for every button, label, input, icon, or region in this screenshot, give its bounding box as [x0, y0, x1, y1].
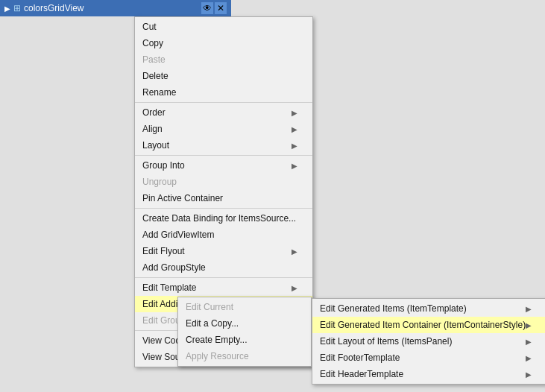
expand-arrow-icon: ▶: [4, 4, 10, 13]
menu-item-align[interactable]: Align ▶: [135, 121, 312, 137]
submenu-arrow-item-container: ▶: [526, 321, 532, 329]
submenu-arrow-edit-template: ▶: [292, 284, 297, 292]
submenu-arrow-order: ▶: [292, 109, 297, 117]
submenu-additional-templates: Edit Generated Items (ItemTemplate) ▶ Ed…: [312, 298, 545, 385]
menu-item-order[interactable]: Order ▶: [135, 104, 312, 121]
menu-item-edit-header-template[interactable]: Edit HeaderTemplate ▶: [312, 366, 545, 382]
submenu-arrow-align: ▶: [292, 125, 297, 133]
separator-2: [135, 155, 312, 156]
close-icon[interactable]: ✕: [215, 2, 227, 14]
menu-item-cut[interactable]: Cut: [135, 19, 312, 35]
eye-icon[interactable]: 👁: [201, 2, 213, 14]
menu-item-delete[interactable]: Delete: [135, 68, 312, 84]
menu-item-layout[interactable]: Layout ▶: [135, 137, 312, 154]
menu-item-edit-generated-item-container[interactable]: Edit Generated Item Container (ItemConta…: [312, 317, 545, 333]
menu-item-create-empty[interactable]: Create Empty...: [178, 332, 311, 348]
submenu-arrow-flyout: ▶: [292, 247, 297, 256]
menu-item-pin-active[interactable]: Pin Active Container: [135, 190, 312, 206]
menu-item-create-data-binding[interactable]: Create Data Binding for ItemsSource...: [135, 210, 312, 227]
menu-item-edit-footer-template[interactable]: Edit FooterTemplate ▶: [312, 350, 545, 366]
menu-item-edit-current: Edit Current: [178, 299, 311, 315]
menu-item-edit-template[interactable]: Edit Template ▶: [135, 279, 312, 296]
menu-item-apply-resource: Apply Resource: [178, 348, 311, 364]
menu-item-edit-layout[interactable]: Edit Layout of Items (ItemsPanel) ▶: [312, 333, 545, 350]
menu-item-add-gridview-item[interactable]: Add GridViewItem: [135, 227, 312, 243]
separator-4: [135, 277, 312, 278]
menu-item-paste: Paste: [135, 51, 312, 68]
separator-1: [135, 102, 312, 103]
menu-item-edit-copy[interactable]: Edit a Copy...: [178, 315, 311, 332]
submenu-arrow-header-template: ▶: [526, 370, 532, 379]
title-bar: ▶ ⊞ colorsGridView 👁 ✕: [0, 0, 231, 16]
menu-item-copy[interactable]: Copy: [135, 35, 312, 51]
menu-item-group-into[interactable]: Group Into ▶: [135, 157, 312, 174]
submenu-arrow-footer-template: ▶: [526, 354, 532, 362]
submenu-copy-options: Edit Current Edit a Copy... Create Empty…: [177, 297, 312, 367]
submenu-arrow-layout-items: ▶: [526, 338, 532, 346]
title-bar-label: colorsGridView: [24, 3, 84, 13]
title-bar-controls: 👁 ✕: [201, 2, 227, 14]
menu-item-edit-flyout[interactable]: Edit Flyout ▶: [135, 243, 312, 259]
submenu-arrow-generated-items: ▶: [526, 305, 532, 313]
submenu-arrow-layout: ▶: [292, 142, 297, 150]
menu-item-rename[interactable]: Rename: [135, 84, 312, 101]
menu-item-edit-generated-items[interactable]: Edit Generated Items (ItemTemplate) ▶: [312, 300, 545, 317]
menu-item-ungroup: Ungroup: [135, 174, 312, 190]
menu-item-add-group-style[interactable]: Add GroupStyle: [135, 259, 312, 276]
grid-view-icon: ⊞: [13, 3, 21, 13]
submenu-arrow-group-into: ▶: [292, 162, 297, 170]
separator-3: [135, 208, 312, 209]
